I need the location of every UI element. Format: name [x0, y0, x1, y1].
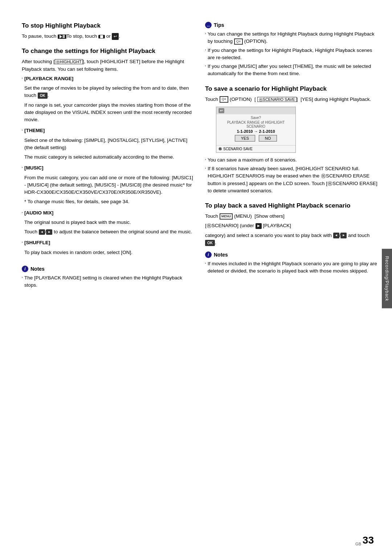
return-button[interactable]: ↩: [112, 33, 119, 40]
playback-range-desc: Set the range of movies to be played by …: [24, 85, 194, 99]
notes-left-item: ˒ The [PLAYBACK RANGE] setting is cleare…: [22, 274, 194, 289]
section-stop: To stop Highlight Playback To pause, tou…: [22, 22, 194, 40]
theme-desc2: The music category is selected automatic…: [24, 153, 194, 161]
pause-play-button[interactable]: [58, 34, 66, 39]
playback-range-desc2: If no range is set, your camcorder plays…: [24, 102, 194, 124]
playback-note-1: ˒ If movies included in the Highlight Pl…: [205, 260, 377, 275]
notes-right-icon: i: [205, 251, 212, 258]
music-footnote: * To change music files, for details, se…: [24, 198, 194, 205]
dialog-footer-label: SCENARIO SAVE: [223, 147, 253, 151]
option-icon-save: Q≡: [220, 96, 228, 103]
shuffle-item: ˒ [SHUFFLE] To play back movies in rando…: [22, 239, 194, 258]
notes-left-label: Notes: [30, 266, 45, 272]
tip-2-text: If you change the settings for Highlight…: [208, 47, 377, 62]
tips-icon: ...: [205, 22, 212, 28]
tips-header: ... Tips: [205, 22, 377, 28]
dialog-back-button[interactable]: ↩: [219, 108, 224, 113]
section-change: To change the settings for Highlight Pla…: [22, 47, 194, 258]
change-heading: To change the settings for Highlight Pla…: [22, 47, 194, 55]
playback-line3: category) and select a scenario you want…: [205, 232, 377, 247]
tip-1-text: You can change the settings for Highligh…: [208, 30, 377, 45]
section-playback: To play back a saved Highlight Playback …: [205, 202, 377, 275]
sidebar-tab: Recording/Playback: [382, 249, 392, 308]
save-note-2-text: If 8 scenarios have already been saved, …: [208, 165, 377, 194]
scenario-icon-small: ㊗: [219, 147, 222, 151]
theme-label: [THEME]: [24, 127, 194, 134]
right-column: ... Tips ˒ You can change the settings f…: [205, 22, 377, 535]
audio-mix-label: [AUDIO MIX]: [24, 209, 192, 217]
dialog-range-label: PLAYBACK RANGE of HIGHLIGHT SCENARIO: [219, 120, 293, 128]
highlight-icon: ㊗HIGHLIGHT: [55, 59, 83, 64]
dialog-yes-button[interactable]: YES: [235, 135, 255, 142]
save-line1: Touch Q≡ (OPTION) [ ㊗SCENARIO SAVE] [YES…: [205, 96, 377, 103]
tip-3: ˒ If you change [MUSIC] after you select…: [205, 63, 377, 78]
save-note-2: ˒ If 8 scenarios have already been saved…: [205, 165, 377, 194]
save-heading: To save a scenario for Highlight Playbac…: [205, 85, 377, 93]
notes-icon: i: [22, 266, 28, 272]
dialog-footer: ㊗ SCENARIO SAVE: [216, 145, 295, 152]
option-icon-1: Q≡: [234, 38, 243, 45]
page-number: 33: [363, 535, 374, 546]
music-label: [MUSIC]: [24, 164, 194, 172]
save-note-1: ˒ You can save a maximum of 8 scenarios.: [205, 156, 377, 164]
scenario-save-icon: ㊗SCENARIO SAVE: [257, 97, 297, 102]
notes-left: i Notes ˒ The [PLAYBACK RANGE] setting i…: [22, 266, 194, 289]
dialog-no-button[interactable]: NO: [259, 135, 277, 142]
scenario-dialog: ↩ Save? PLAYBACK RANGE of HIGHLIGHT SCEN…: [216, 107, 296, 153]
music-desc: From the music category, you can add one…: [24, 174, 194, 196]
main-content: To stop Highlight Playback To pause, tou…: [22, 22, 377, 535]
ok-button-range[interactable]: OK: [38, 93, 48, 99]
dialog-title-bar: ↩: [216, 107, 295, 114]
tips-section: ... Tips ˒ You can change the settings f…: [205, 22, 377, 78]
ok-button-playback[interactable]: OK: [205, 240, 215, 246]
change-intro: After touching [㊗HIGHLIGHT], touch [HIGH…: [22, 58, 194, 73]
dialog-buttons: YES NO: [219, 135, 293, 142]
stop-heading: To stop Highlight Playback: [22, 22, 194, 30]
tips-label: Tips: [214, 22, 224, 28]
page-container: To stop Highlight Playback To pause, tou…: [0, 0, 392, 557]
tip-1: ˒ You can change the settings for Highli…: [205, 30, 377, 45]
sidebar-label: Recording/Playback: [384, 256, 389, 301]
dialog-range-value: 1-1-2010 → 2-1-2010: [219, 129, 293, 134]
music-item: ˒ [MUSIC] From the music category, you c…: [22, 164, 194, 208]
playback-line1: Touch MENU (MENU) [Show others]: [205, 213, 377, 220]
tip-3-text: If you change [MUSIC] after you select […: [208, 63, 377, 78]
theme-item: ˒ [THEME] Select one of the following: […: [22, 127, 194, 163]
playback-heading: To play back a saved Highlight Playback …: [205, 202, 377, 210]
shuffle-desc: To play back movies in random order, sel…: [24, 249, 132, 256]
playback-range-item: ˒ [PLAYBACK RANGE] Set the range of movi…: [22, 75, 194, 126]
left-arrow-button[interactable]: ◄: [39, 229, 45, 235]
audio-mix-item: ˒ [AUDIO MIX] The original sound is play…: [22, 209, 194, 238]
tip-2: ˒ If you change the settings for Highlig…: [205, 47, 377, 62]
stop-button[interactable]: [98, 35, 105, 38]
notes-left-header: i Notes: [22, 266, 194, 272]
gb-label: GB: [355, 542, 361, 546]
notes-left-text: The [PLAYBACK RANGE] setting is cleared …: [24, 274, 194, 289]
playback-range-label: [PLAYBACK RANGE]: [24, 75, 194, 82]
section-save: To save a scenario for Highlight Playbac…: [205, 85, 377, 195]
menu-icon: MENU: [220, 213, 233, 220]
notes-right-header: i Notes: [205, 251, 377, 258]
left-column: To stop Highlight Playback To pause, tou…: [22, 22, 194, 535]
left-arrow-playback[interactable]: ◄: [333, 233, 339, 238]
notes-right: i Notes ˒ If movies included in the High…: [205, 251, 377, 275]
theme-desc: Select one of the following: [SIMPLE], […: [24, 137, 194, 152]
pause-line: To pause, touch To stop, touch: [22, 33, 194, 40]
playback-line2: [㊗SCENARIO] (under ▶ [PLAYBACK]: [205, 222, 377, 229]
audio-mix-desc2: Touch ◄/► to adjust the balance between …: [24, 228, 192, 236]
playback-note-1-text: If movies included in the Highlight Play…: [208, 260, 377, 275]
shuffle-label: [SHUFFLE]: [24, 239, 132, 246]
right-arrow-button[interactable]: ►: [46, 229, 52, 235]
dialog-save-label: Save?: [219, 116, 293, 120]
dialog-body: Save? PLAYBACK RANGE of HIGHLIGHT SCENAR…: [216, 114, 295, 145]
notes-right-label: Notes: [214, 252, 228, 258]
right-arrow-playback[interactable]: ►: [340, 233, 347, 238]
playback-arrow-icon: ▶: [256, 223, 262, 229]
audio-mix-desc: The original sound is played back with t…: [24, 219, 192, 226]
save-note-1-text: You can save a maximum of 8 scenarios.: [208, 156, 297, 164]
